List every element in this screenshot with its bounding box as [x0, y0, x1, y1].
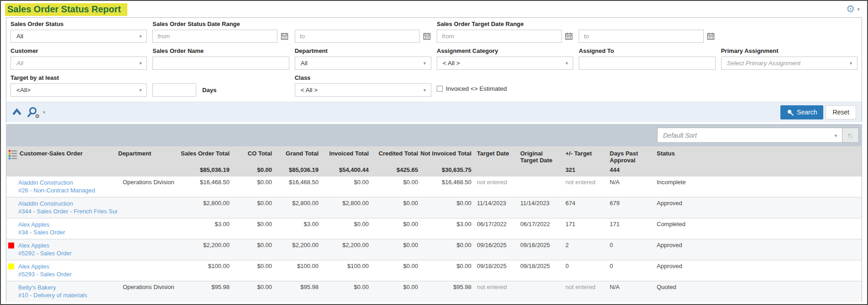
cell-credited-total: $0.00	[370, 239, 419, 260]
chevron-down-icon: ▼	[423, 61, 427, 66]
invoiced-estimated-checkbox[interactable]: Invoiced <> Estimated	[437, 85, 573, 92]
gear-icon[interactable]: ⚙	[846, 4, 855, 14]
calendar-icon[interactable]	[707, 32, 715, 40]
cell-co-total: $0.00	[230, 176, 273, 197]
cell-department	[118, 239, 178, 260]
settings-menu-button[interactable]: ⚙ ▾	[846, 4, 860, 14]
customer-link[interactable]: Alex Apples	[18, 242, 117, 249]
collapse-filters-button[interactable]	[12, 109, 22, 116]
col-grand-total: Grand Total$85,036.19	[273, 146, 319, 176]
checkbox-box[interactable]	[437, 86, 443, 92]
cell-grand-total: $16,468.50	[273, 176, 319, 197]
customer-label: Customer	[10, 47, 147, 55]
customer-link[interactable]: Alex Apples	[18, 221, 117, 228]
status-legend-icon[interactable]	[8, 150, 17, 161]
cell-original-target-date: 06/17/2022	[516, 218, 561, 239]
target-date-range-label: Sales Order Target Date Range	[437, 21, 573, 28]
cell-sales-order-total: $3.00	[178, 218, 230, 239]
cell-co-total: $0.00	[230, 260, 273, 281]
cell-department: Operations Division	[118, 281, 178, 302]
sales-order-link[interactable]: #34 - Sales Order	[18, 228, 117, 236]
total-plus-minus-target: 321	[565, 167, 604, 173]
cell-co-total: $0.00	[230, 239, 273, 260]
sales-order-status-label: Sales Order Status	[10, 21, 147, 28]
target-by-at-least-select[interactable]: <All> ▼	[10, 83, 147, 97]
customer-select[interactable]: All ▼	[10, 57, 147, 70]
calendar-icon[interactable]	[423, 32, 431, 40]
sales-order-link[interactable]: #344 - Sales Order - French Fries Surpri…	[18, 207, 117, 215]
total-co: $0.00	[230, 167, 272, 173]
field-sales-order-name: Sales Order Name	[152, 47, 289, 70]
cell-grand-total: $3.00	[273, 218, 319, 239]
chevron-down-icon: ▾	[857, 7, 860, 12]
cell-days-past-approval: 0	[605, 260, 652, 281]
assigned-to-input[interactable]	[579, 57, 715, 70]
chevron-down-icon: ▼	[565, 61, 569, 66]
reset-button[interactable]: Reset	[826, 105, 856, 119]
table-row: Alex Apples #34 - Sales Order $3.00 $0.0…	[6, 218, 862, 239]
title-bar: Sales Order Status Report ⚙ ▾	[1, 1, 867, 17]
sales-order-link[interactable]: #26 - Non-Contract Managed	[18, 186, 117, 194]
customer-link[interactable]: Aladdin Construction	[18, 179, 117, 186]
customer-link[interactable]: Alex Apples	[18, 263, 117, 270]
app-window: Sales Order Status Report ⚙ ▾ Sales Orde…	[0, 0, 868, 305]
cell-customer-sales-order: Alex Apples #5292 - Sales Order	[6, 239, 118, 260]
assigned-to-label: Assigned To	[579, 47, 715, 55]
sales-order-name-input[interactable]	[152, 57, 289, 70]
cell-co-total: $0.00	[230, 218, 273, 239]
class-select[interactable]: < All > ▼	[295, 83, 431, 97]
status-date-to-input[interactable]	[295, 30, 420, 43]
chevron-down-icon: ▼	[423, 88, 427, 93]
cell-status: Approved	[652, 197, 862, 218]
sort-select[interactable]: Default Sort ▼	[657, 128, 842, 143]
target-date-from-input[interactable]	[437, 30, 562, 43]
cell-original-target-date	[516, 281, 561, 302]
sort-value: Default Sort	[663, 132, 697, 139]
field-assigned-to: Assigned To	[579, 47, 715, 70]
department-value: All	[301, 60, 308, 67]
saved-search-button[interactable]: ⚙	[27, 107, 38, 118]
cell-grand-total: $2,200.00	[273, 239, 319, 260]
sales-order-link[interactable]: #5293 - Sales Order	[18, 270, 117, 278]
days-input[interactable]	[152, 83, 196, 97]
col-original-target-date: Original Target Date	[516, 146, 561, 176]
calendar-icon[interactable]	[565, 32, 573, 40]
cell-credited-total: $0.00	[370, 281, 419, 302]
status-date-from-input[interactable]	[152, 30, 277, 43]
sales-order-link[interactable]: #10 - Delivery of materials	[18, 291, 117, 299]
cell-sales-order-total: $16,468.50	[178, 176, 230, 197]
table-body: Aladdin Construction #26 - Non-Contract …	[6, 176, 862, 302]
cell-credited-total: $0.00	[370, 176, 419, 197]
calendar-icon[interactable]	[281, 32, 288, 40]
cell-status: Quoted	[652, 281, 862, 302]
primary-assignment-label: Primary Assignment	[721, 47, 858, 55]
col-department: Department	[118, 146, 178, 176]
cell-original-target-date: 09/18/2025	[516, 260, 561, 281]
cell-department: Operations Division	[118, 176, 178, 197]
chevron-down-icon[interactable]: ▾	[43, 110, 46, 115]
customer-link[interactable]: Aladdin Construction	[18, 200, 117, 207]
col-status: Status	[652, 146, 862, 176]
class-value: < All >	[301, 87, 318, 93]
col-credited-total: Credited Total$425.65	[370, 146, 419, 176]
field-status-date-to	[295, 20, 431, 43]
sales-order-status-select[interactable]: All ▼	[10, 30, 147, 43]
target-date-to-input[interactable]	[579, 30, 704, 43]
total-grand: $85,036.19	[273, 167, 319, 173]
assignment-category-select[interactable]: < All > ▼	[437, 57, 573, 70]
cell-not-invoiced-total: $0.00	[419, 239, 472, 260]
cell-target-date: 11/14/2023	[472, 197, 516, 218]
col-not-invoiced-total: Not Invoiced Total$30,635.75	[419, 146, 472, 176]
cell-original-target-date: 09/16/2025	[516, 239, 561, 260]
sales-order-link[interactable]: #5292 - Sales Order	[18, 249, 117, 257]
chevron-down-icon: ▼	[138, 61, 142, 66]
col-target-date: Target Date	[472, 146, 516, 176]
customer-link[interactable]: Betty's Bakery	[18, 284, 117, 291]
search-button[interactable]: Search	[780, 105, 823, 119]
table-row: Betty's Bakery #10 - Delivery of materia…	[6, 281, 862, 302]
cell-days-past-approval: N/A	[605, 281, 652, 302]
col-co-total: CO Total$0.00	[230, 146, 273, 176]
department-select[interactable]: All ▼	[295, 57, 431, 70]
primary-assignment-select[interactable]: Select Primary Assignment ▼	[721, 57, 858, 70]
sort-direction-button[interactable]: ↑ ↓	[842, 128, 859, 143]
